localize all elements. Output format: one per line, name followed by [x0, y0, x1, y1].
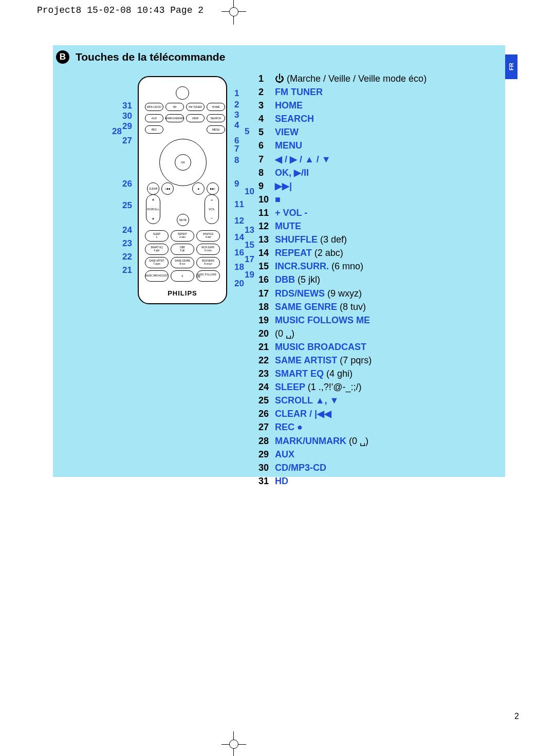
btn-view: VIEW: [186, 114, 205, 122]
remote-row-c: REC MENU: [145, 125, 225, 134]
power-icon: [176, 86, 189, 100]
btn-sameartist: SAME ARTIST7 pqrs: [145, 257, 169, 268]
callout-28: 28: [112, 126, 122, 137]
btn-mp3cd: MP3-CD/CD: [145, 103, 163, 111]
callout-30: 30: [122, 111, 132, 121]
legend-row: 7◀ / ▶ / ▲ / ▼: [258, 153, 495, 166]
keypad-grid: SLEEP1 REPEAT2 abc SHUFFLE3 def SMART EQ…: [145, 230, 220, 282]
btn-menu: MENU: [207, 125, 225, 134]
legend-row: 30CD/MP3-CD: [258, 461, 495, 474]
legend-row: 18SAME GENRE (8 tuv): [258, 300, 495, 314]
callout-18: 18: [234, 262, 244, 272]
callout-19: 19: [245, 270, 254, 280]
callout-21: 21: [122, 265, 132, 275]
callout-9: 9: [234, 179, 239, 189]
callout-5: 5: [245, 126, 249, 137]
stop-icon: ■: [192, 182, 205, 195]
callout-8: 8: [234, 155, 239, 165]
btn-aux: AUX: [145, 114, 163, 122]
callout-11: 11: [234, 199, 244, 210]
btn-samegenre: SAME GENRE8 tuv: [171, 257, 194, 268]
legend-row: 12MUTE: [258, 219, 495, 233]
callout-12: 12: [234, 216, 244, 226]
prev-icon: |◀◀: [161, 182, 174, 195]
callout-17: 17: [245, 254, 254, 265]
callout-7: 7: [234, 144, 239, 154]
legend-row: 27REC ●: [258, 420, 495, 434]
btn-home: HOME: [207, 103, 225, 111]
crop-mark: [229, 7, 238, 16]
callout-13: 13: [245, 225, 254, 235]
legend-row: 22SAME ARTIST (7 pqrs): [258, 354, 495, 367]
crop-header: Project8 15-02-08 10:43 Page 2: [0, 0, 555, 15]
btn-musicfollows: MUSIC FOLLOWS ME: [196, 270, 220, 282]
callout-1: 1: [234, 88, 239, 99]
ok-button: OK: [175, 154, 191, 171]
legend-row: 1⏻ (Marche / Veille / Veille mode éco): [258, 72, 495, 85]
language-tab: FR: [505, 54, 517, 79]
legend-row: 20(0 ␣): [258, 327, 495, 340]
content-panel: FR B Touches de la télécommande 31 30 29…: [53, 45, 505, 477]
crop-mark: [229, 740, 238, 749]
callout-2: 2: [234, 100, 239, 110]
legend-row: 3HOME: [258, 99, 495, 112]
btn-shuffle: SHUFFLE3 def: [196, 230, 220, 242]
btn-smarteq: SMART EQ4 ghi: [145, 244, 169, 255]
legend-row: 5VIEW: [258, 125, 495, 139]
btn-sleep: SLEEP1: [145, 230, 169, 242]
page-number: 2: [514, 712, 519, 721]
btn-search: SEARCH: [207, 114, 225, 122]
legend-row: 9▶▶|: [258, 179, 495, 193]
legend-row: 29AUX: [258, 448, 495, 461]
callout-4: 4: [234, 120, 239, 131]
legend-row: 31HD: [258, 474, 495, 488]
page: Project8 15-02-08 10:43 Page 2 FR B Touc…: [0, 0, 555, 756]
btn-mark: MARK/UNMARK: [165, 114, 184, 122]
legend-row: 2FM TUNER: [258, 85, 495, 99]
callout-23: 23: [122, 238, 132, 249]
legend-row: 21MUSIC BROADCAST: [258, 340, 495, 354]
vol-pill: +VOL−: [205, 194, 219, 224]
callout-3: 3: [234, 110, 239, 120]
btn-dbb: DBB5 jkl: [171, 244, 194, 255]
callout-22: 22: [122, 252, 132, 262]
callout-31: 31: [122, 101, 132, 111]
legend-row: 28MARK/UNMARK (0 ␣): [258, 434, 495, 448]
scroll-pill: ▲SCROLL▼: [146, 194, 160, 224]
section-title: Touches de la télécommande: [76, 51, 225, 63]
legend-row: 17RDS/NEWS (9 wxyz): [258, 287, 495, 300]
callout-16: 16: [234, 248, 244, 258]
legend-row: 23SMART EQ (4 ghi): [258, 367, 495, 380]
remote-diagram: 31 30 29 28 27 26 25 24 23 22 21 1 2 3 4…: [71, 71, 276, 462]
callout-14: 14: [234, 232, 244, 243]
callout-27: 27: [122, 136, 132, 146]
remote-outline: MP3-CD/CD HD FM TUNER HOME AUX MARK/UNMA…: [138, 76, 227, 304]
legend-row: 19MUSIC FOLLOWS ME: [258, 314, 495, 327]
btn-clear: CLEAR: [147, 182, 159, 195]
callout-29: 29: [122, 121, 132, 132]
legend-row: 15INCR.SURR. (6 mno): [258, 260, 495, 273]
btn-hd: HD: [165, 103, 184, 111]
legend-row: 14REPEAT (2 abc): [258, 246, 495, 260]
btn-mute: MUTE: [177, 214, 189, 226]
section-header: B Touches de la télécommande: [56, 50, 225, 64]
btn-rec: REC: [145, 125, 163, 134]
callout-26: 26: [122, 179, 132, 189]
btn-repeat: REPEAT2 abc: [171, 230, 194, 242]
legend-list: 1⏻ (Marche / Veille / Veille mode éco)2F…: [258, 72, 495, 488]
remote-row-b: AUX MARK/UNMARK VIEW SEARCH: [145, 114, 225, 122]
callout-20: 20: [234, 279, 244, 289]
callout-25: 25: [122, 200, 132, 211]
btn-zero: 0: [171, 270, 194, 282]
callout-24: 24: [122, 225, 132, 235]
legend-row: 8OK, ▶/II: [258, 166, 495, 179]
legend-row: 11+ VOL -: [258, 206, 495, 219]
section-bullet: B: [56, 50, 69, 64]
next-icon: ▶▶|: [207, 182, 219, 195]
legend-row: 13SHUFFLE (3 def): [258, 233, 495, 246]
legend-row: 6MENU: [258, 139, 495, 152]
legend-row: 4SEARCH: [258, 112, 495, 125]
btn-musicbroadcast: MUSIC BROADCAST: [145, 270, 169, 282]
brand-label: PHILIPS: [139, 289, 226, 297]
legend-row: 10■: [258, 193, 495, 206]
